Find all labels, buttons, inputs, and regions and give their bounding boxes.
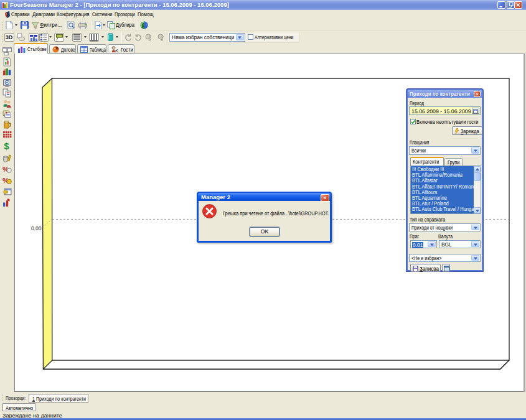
svg-text:$: $: [4, 141, 9, 151]
svg-text:0.00: 0.00: [31, 225, 42, 231]
